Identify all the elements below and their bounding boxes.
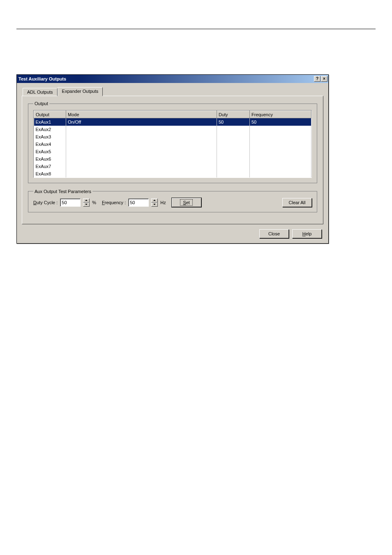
- cell-output[interactable]: ExAux6: [34, 155, 66, 163]
- duty-cycle-spinner[interactable]: [83, 198, 90, 207]
- cell-output[interactable]: ExAux3: [34, 133, 66, 140]
- tab-adl-outputs[interactable]: ADL Outputs: [23, 88, 58, 96]
- frequency-spinner[interactable]: [151, 198, 158, 207]
- cell-duty[interactable]: [217, 170, 250, 177]
- cell-output[interactable]: ExAux5: [34, 148, 66, 155]
- table-row[interactable]: ExAux3: [34, 133, 311, 140]
- tab-expander-outputs[interactable]: Expander Outputs: [58, 87, 103, 96]
- cell-mode[interactable]: On/Off: [66, 118, 217, 126]
- table-row[interactable]: ExAux5: [34, 148, 311, 155]
- col-duty[interactable]: Duty: [217, 111, 250, 118]
- close-button[interactable]: Close: [259, 229, 289, 238]
- cell-output[interactable]: ExAux4: [34, 140, 66, 148]
- cell-duty[interactable]: [217, 126, 250, 133]
- col-frequency[interactable]: Frequency: [250, 111, 311, 118]
- cell-mode[interactable]: [66, 155, 217, 163]
- dialog-title: Test Auxiliary Outputs: [18, 76, 314, 81]
- clear-all-button[interactable]: Clear All: [282, 198, 312, 207]
- col-mode[interactable]: Mode: [66, 111, 217, 118]
- cell-output[interactable]: ExAux7: [34, 163, 66, 170]
- frequency-spin-down[interactable]: [151, 203, 158, 207]
- cell-frequency[interactable]: [250, 163, 311, 170]
- tabpanel-expander-outputs: Output Output: [22, 96, 323, 224]
- table-header-row: Output Mode Duty Frequency: [34, 111, 311, 118]
- frequency-spin-up[interactable]: [151, 198, 158, 203]
- cell-frequency[interactable]: [250, 133, 311, 140]
- set-button[interactable]: Set: [172, 198, 201, 207]
- cell-frequency[interactable]: [250, 148, 311, 155]
- cell-duty[interactable]: [217, 163, 250, 170]
- groupbox-params-legend: Aux Output Test Parameters: [33, 189, 92, 194]
- duty-cycle-unit: %: [92, 200, 96, 205]
- cell-mode[interactable]: [66, 140, 217, 148]
- frequency-label: Frequency :: [102, 200, 126, 205]
- frequency-input[interactable]: [128, 198, 149, 207]
- cell-frequency[interactable]: [250, 155, 311, 163]
- duty-cycle-spin-up[interactable]: [83, 198, 90, 203]
- tabstrip: ADL Outputs Expander Outputs: [23, 87, 323, 96]
- table-row[interactable]: ExAux6: [34, 155, 311, 163]
- groupbox-output: Output Output: [28, 101, 317, 183]
- cell-mode[interactable]: [66, 126, 217, 133]
- cell-mode[interactable]: [66, 163, 217, 170]
- duty-cycle-label: Duty Cycle :: [33, 200, 58, 205]
- cell-frequency[interactable]: [250, 126, 311, 133]
- table-row[interactable]: ExAux4: [34, 140, 311, 148]
- dialog-test-auxiliary-outputs: Test Auxiliary Outputs ? × ADL Outputs E…: [16, 74, 329, 244]
- cell-duty[interactable]: [217, 148, 250, 155]
- table-row[interactable]: ExAux1On/Off5050: [34, 118, 311, 126]
- cell-frequency[interactable]: [250, 140, 311, 148]
- cell-output[interactable]: ExAux2: [34, 126, 66, 133]
- cell-duty[interactable]: [217, 140, 250, 148]
- cell-mode[interactable]: [66, 148, 217, 155]
- cell-output[interactable]: ExAux8: [34, 170, 66, 177]
- titlebar: Test Auxiliary Outputs ? ×: [17, 75, 328, 83]
- cell-duty[interactable]: 50: [217, 118, 250, 126]
- page-divider: [16, 29, 376, 29]
- cell-duty[interactable]: [217, 155, 250, 163]
- cell-mode[interactable]: [66, 170, 217, 177]
- duty-cycle-spin-down[interactable]: [83, 203, 90, 207]
- cell-output[interactable]: ExAux1: [34, 118, 66, 126]
- table-row[interactable]: ExAux7: [34, 163, 311, 170]
- cell-frequency[interactable]: [250, 170, 311, 177]
- cell-mode[interactable]: [66, 133, 217, 140]
- help-icon[interactable]: ?: [314, 76, 321, 82]
- duty-cycle-input[interactable]: [60, 198, 81, 207]
- table-row[interactable]: ExAux8: [34, 170, 311, 177]
- groupbox-aux-output-test-parameters: Aux Output Test Parameters Duty Cycle : …: [28, 189, 317, 212]
- cell-frequency[interactable]: 50: [250, 118, 311, 126]
- table-row[interactable]: ExAux2: [34, 126, 311, 133]
- output-table[interactable]: Output Mode Duty Frequency ExAux1On/Off5…: [33, 110, 312, 178]
- cell-duty[interactable]: [217, 133, 250, 140]
- groupbox-output-legend: Output: [33, 101, 49, 106]
- help-button[interactable]: Help: [292, 229, 322, 238]
- close-icon[interactable]: ×: [321, 76, 327, 82]
- frequency-unit: Hz: [160, 200, 166, 205]
- col-output[interactable]: Output: [34, 111, 66, 118]
